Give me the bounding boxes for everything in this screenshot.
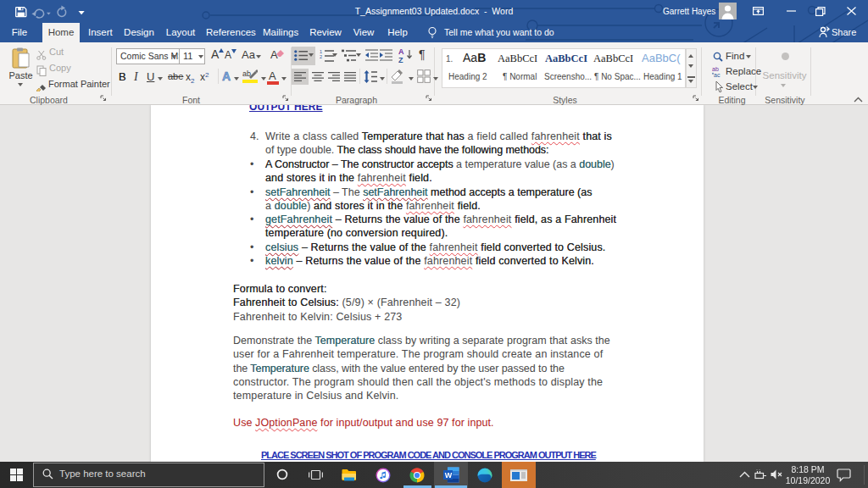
svg-text:3: 3 bbox=[320, 58, 322, 62]
svg-text:ac: ac bbox=[714, 72, 721, 78]
svg-text:W: W bbox=[445, 471, 453, 480]
